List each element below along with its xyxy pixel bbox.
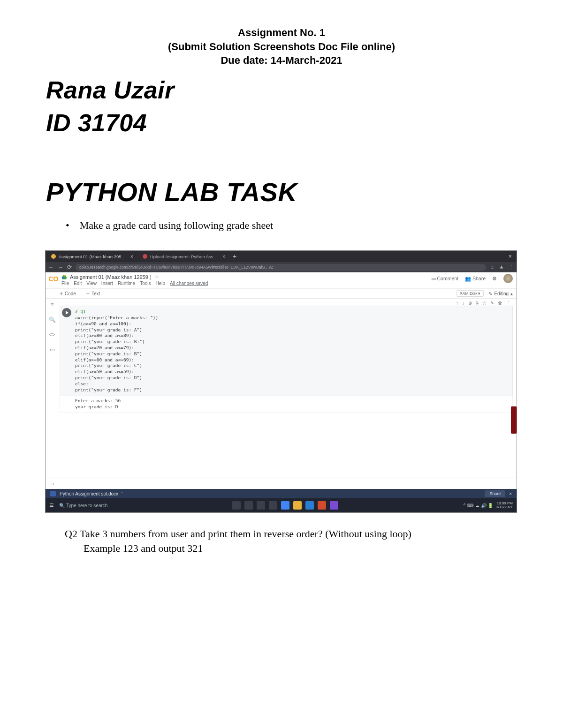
code-line: print("your grade is: F") xyxy=(75,387,510,393)
url-text: colab.research.google.com/drive/1o8xxdTT… xyxy=(79,265,273,270)
cell-up-icon[interactable]: ↑ xyxy=(456,300,458,306)
comment-button[interactable]: ▭ Comment xyxy=(431,276,458,281)
chrome-tabstrip: Assignment 01 (Maaz khan 295… × Upload A… xyxy=(46,251,517,262)
taskbar-apps xyxy=(111,501,459,510)
left-rail: ≡ 🔍 <> ▭ xyxy=(46,299,59,478)
student-name: Rana Uzair xyxy=(46,76,517,104)
word-icon xyxy=(50,491,56,496)
menu-help[interactable]: Help xyxy=(155,281,165,286)
taskbar-app-icon[interactable] xyxy=(269,501,277,510)
q2-line-1: Q2 Take 3 numbers from user and print th… xyxy=(65,528,411,540)
code-line: elif(a>=80 and a<=89): xyxy=(75,333,510,339)
menu-edit[interactable]: Edit xyxy=(74,281,82,286)
header-line-3: Due date: 14-March-2021 xyxy=(46,53,517,68)
taskbar-app-icon[interactable] xyxy=(318,501,326,510)
word-title-bar: Python Assignment sol.docx ˄ Share × xyxy=(46,489,517,498)
word-filename: Python Assignment sol.docx xyxy=(60,491,118,496)
cell-more-icon[interactable]: ⋮ xyxy=(506,300,511,306)
taskbar-app-icon[interactable] xyxy=(257,501,265,510)
word-share-button[interactable]: Share xyxy=(485,490,505,497)
nav-forward-icon[interactable]: → xyxy=(58,264,63,270)
url-bar: ← → ⟳ colab.research.google.com/drive/1o… xyxy=(46,262,517,272)
colab-logo-icon[interactable]: CO xyxy=(48,274,59,284)
menu-view[interactable]: View xyxy=(86,281,97,286)
run-cell-button[interactable] xyxy=(62,308,71,317)
toc-icon[interactable]: ≡ xyxy=(50,301,53,308)
cell-link-icon[interactable]: ⊕ xyxy=(468,300,472,306)
connection-status[interactable]: RAM Disk ▾ xyxy=(456,290,484,297)
taskbar-app-icon[interactable] xyxy=(244,501,253,510)
chrome-menu-icon[interactable]: ⋮ xyxy=(509,264,514,270)
menu-insert[interactable]: Insert xyxy=(101,281,113,286)
code-line: print("your grade is: D") xyxy=(75,375,510,381)
cell-output: Enter a marks: 56 your grade is: D xyxy=(60,396,513,413)
cell-copy-icon[interactable]: ⎘ xyxy=(476,300,479,306)
chevron-up-icon[interactable]: ˄ xyxy=(121,491,123,496)
taskbar-chrome-icon[interactable] xyxy=(281,501,289,510)
code-line: if(a>=90 and a<=100): xyxy=(75,321,510,327)
notebook-title[interactable]: Assignment 01 (Maaz khan 12959 ) xyxy=(70,274,152,280)
start-menu-icon[interactable]: ≡ xyxy=(49,501,53,510)
colab-header: CO Assignment 01 (Maaz khan 12959 ) ☆ Fi… xyxy=(46,272,517,288)
taskbar-explorer-icon[interactable] xyxy=(293,501,302,510)
nav-back-icon[interactable]: ← xyxy=(48,264,54,270)
taskbar-search[interactable]: 🔍 Type here to search xyxy=(59,503,107,508)
new-tab-button[interactable]: + xyxy=(233,253,236,260)
header-line-1: Assignment No. 1 xyxy=(46,26,517,40)
colab-toolbar: +Code +Text RAM Disk ▾ ✎ Editing ▴ xyxy=(46,288,517,299)
share-button[interactable]: 👥 Share xyxy=(465,276,486,282)
extension-icon[interactable]: ★ xyxy=(499,264,504,270)
taskbar-vs-icon[interactable] xyxy=(330,501,338,510)
taskbar-app-icon[interactable] xyxy=(232,501,241,510)
student-id: ID 31704 xyxy=(46,109,517,137)
code-line: print("your grade is: B") xyxy=(75,351,510,357)
code-line: # Q1 xyxy=(75,309,86,314)
editing-mode-button[interactable]: ✎ Editing ▴ xyxy=(488,291,513,296)
taskbar-word-icon[interactable] xyxy=(305,501,314,510)
blank-area xyxy=(60,413,513,478)
files-icon[interactable]: ▭ xyxy=(50,346,55,353)
code-line: print("your grade is: B+") xyxy=(75,339,510,345)
bb-favicon-icon xyxy=(143,254,147,259)
cell-delete-icon[interactable]: 🗑 xyxy=(498,300,502,306)
settings-gear-icon[interactable]: ⚙ xyxy=(492,276,497,281)
cell-mirror-icon[interactable]: ☆ xyxy=(482,300,487,306)
drive-icon xyxy=(61,274,67,280)
avatar[interactable] xyxy=(503,274,513,283)
code-line: elif(a>=50 and a<=59): xyxy=(75,369,510,375)
code-line: else: xyxy=(75,381,510,387)
star-icon[interactable]: ☆ xyxy=(154,274,159,280)
menu-runtime[interactable]: Runtime xyxy=(118,281,135,286)
assignment-header: Assignment No. 1 (Submit Solution Screen… xyxy=(46,26,517,68)
menu-file[interactable]: File xyxy=(61,281,69,286)
window-close-icon[interactable]: × xyxy=(509,253,515,260)
cell-edit-icon[interactable]: ✎ xyxy=(490,300,494,306)
add-text-button[interactable]: +Text xyxy=(86,290,100,297)
url-field[interactable]: colab.research.google.com/drive/1o8xxdTT… xyxy=(76,264,486,271)
browser-tab-active[interactable]: Assignment 01 (Maaz khan 295… × xyxy=(47,251,137,262)
cell-down-icon[interactable]: ↓ xyxy=(462,300,464,306)
menu-tools[interactable]: Tools xyxy=(140,281,151,286)
add-code-button[interactable]: +Code xyxy=(60,290,76,297)
system-tray[interactable]: ^ ⌨ ☁ 🔊 🔋 10:09 PM 3/13/2021 xyxy=(464,502,513,509)
search-icon[interactable]: 🔍 xyxy=(49,316,56,323)
code-line: print("your grade is: C") xyxy=(75,363,510,369)
lab-title: PYTHON LAB TASK xyxy=(46,177,517,207)
nav-reload-icon[interactable]: ⟳ xyxy=(67,264,72,270)
code-cell[interactable]: # Q1 a=int(input("Enter a marks: ")) if(… xyxy=(60,306,513,396)
side-widget[interactable] xyxy=(511,406,517,434)
tab-close-icon[interactable]: × xyxy=(130,254,133,259)
student-block: Rana Uzair ID 31704 xyxy=(46,76,517,137)
output-line: your grade is: D xyxy=(75,404,510,410)
bookmark-star-icon[interactable]: ☆ xyxy=(490,264,495,270)
browser-tab-inactive[interactable]: Upload Assignment: Python Ass… × xyxy=(139,251,229,262)
colab-menubar: File Edit View Insert Runtime Tools Help… xyxy=(61,281,431,286)
tab-close-icon[interactable]: × xyxy=(222,254,225,259)
snippets-icon[interactable]: <> xyxy=(49,331,55,338)
code-line: elif(a>=70 and a<=79): xyxy=(75,345,510,351)
colab-favicon-icon xyxy=(51,254,56,259)
clock[interactable]: 10:09 PM 3/13/2021 xyxy=(496,502,513,509)
word-close-icon[interactable]: × xyxy=(509,491,512,496)
tray-icons[interactable]: ^ ⌨ ☁ 🔊 🔋 xyxy=(464,503,494,508)
q2-line-2: Example 123 and output 321 xyxy=(65,541,517,556)
